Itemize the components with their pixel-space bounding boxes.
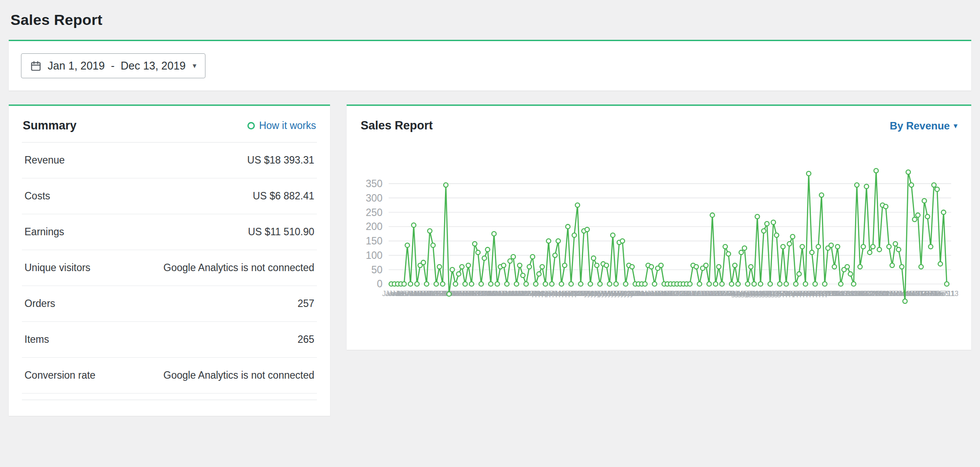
page-title: Sales Report (10, 11, 971, 28)
table-row-revenue: Revenue US $18 393.31 (22, 143, 317, 178)
svg-text:0: 0 (377, 278, 382, 289)
table-row-unique-visitors: Unique visitors Google Analytics is not … (22, 250, 317, 286)
row-label: Conversion rate (24, 369, 95, 381)
row-value: US $6 882.41 (253, 189, 314, 203)
report-header: Sales Report By Revenue ▾ (360, 117, 958, 137)
chevron-down-icon: ▾ (193, 61, 197, 70)
svg-text:300: 300 (366, 192, 382, 204)
svg-text:200: 200 (366, 221, 382, 232)
row-label: Revenue (24, 154, 65, 166)
by-revenue-label: By Revenue (890, 120, 950, 132)
chevron-down-icon: ▾ (954, 122, 957, 130)
row-value: 265 (298, 333, 314, 346)
sales-chart: 050100150200250300350Jan 1Jan 3Jan 5Jan … (360, 149, 958, 338)
summary-card: Summary How it works Revenue US $18 393.… (9, 105, 330, 416)
table-row-earnings: Earnings US $11 510.90 (22, 214, 317, 250)
content-row: Summary How it works Revenue US $18 393.… (9, 105, 971, 416)
row-value: Google Analytics is not connected (163, 369, 314, 382)
svg-text:50: 50 (371, 264, 382, 275)
summary-header: Summary How it works (22, 117, 317, 143)
sales-chart-svg: 050100150200250300350Jan 1Jan 3Jan 5Jan … (360, 149, 958, 338)
row-label: Earnings (24, 226, 64, 238)
row-label: Items (24, 334, 49, 345)
row-label: Orders (24, 298, 55, 310)
row-value: 257 (298, 297, 314, 310)
row-label: Costs (24, 190, 50, 202)
summary-title: Summary (23, 119, 76, 132)
row-label: Unique visitors (24, 262, 90, 274)
svg-text:Dec 13: Dec 13 (935, 289, 958, 298)
how-it-works-label: How it works (259, 120, 316, 132)
svg-text:250: 250 (366, 207, 382, 218)
how-it-works-link[interactable]: How it works (247, 120, 316, 132)
svg-text:150: 150 (366, 235, 382, 247)
by-revenue-dropdown[interactable]: By Revenue ▾ (890, 120, 957, 132)
svg-text:100: 100 (366, 250, 382, 261)
summary-table: Revenue US $18 393.31 Costs US $6 882.41… (22, 143, 317, 400)
calendar-icon (30, 60, 42, 72)
sales-report-page: Sales Report Jan 1, 2019 - Dec 13, 2019 … (0, 0, 980, 423)
status-ring-icon (247, 122, 255, 129)
row-value: US $18 393.31 (247, 153, 314, 167)
table-row-costs: Costs US $6 882.41 (22, 178, 317, 214)
date-filter-card: Jan 1, 2019 - Dec 13, 2019 ▾ (9, 40, 971, 91)
table-row-orders: Orders 257 (22, 286, 317, 322)
row-value: US $11 510.90 (248, 225, 314, 239)
date-range-separator: - (111, 59, 115, 72)
svg-text:350: 350 (366, 178, 382, 189)
sales-report-card: Sales Report By Revenue ▾ 05010015020025… (347, 105, 971, 350)
date-range-end: Dec 13, 2019 (121, 59, 186, 72)
report-title: Sales Report (361, 119, 433, 132)
row-value: Google Analytics is not connected (163, 261, 314, 275)
table-row-items: Items 265 (22, 322, 317, 358)
date-range-picker[interactable]: Jan 1, 2019 - Dec 13, 2019 ▾ (21, 53, 205, 78)
date-range-start: Jan 1, 2019 (48, 59, 105, 72)
table-row-conversion-rate: Conversion rate Google Analytics is not … (22, 358, 317, 394)
